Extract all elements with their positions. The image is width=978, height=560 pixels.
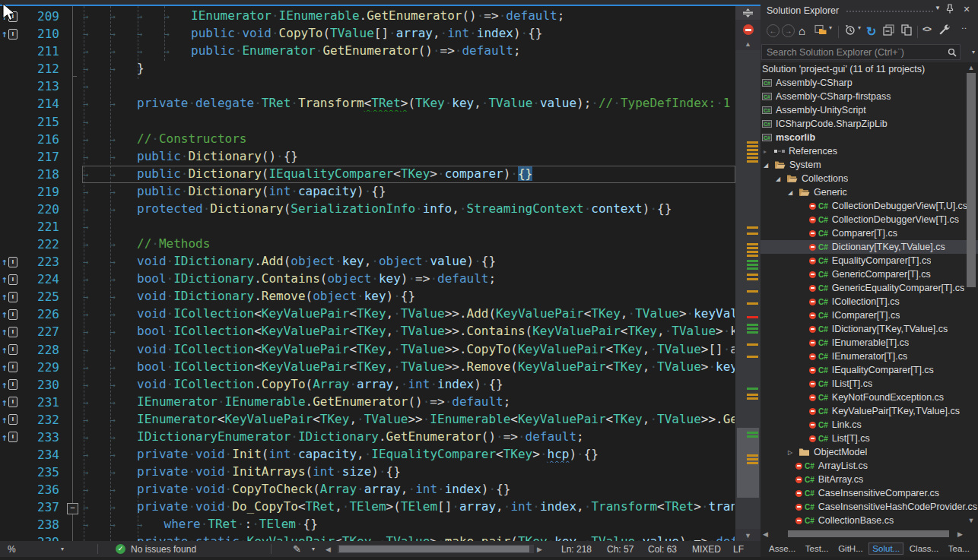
line-number[interactable]: 217 — [21, 148, 68, 166]
code-line[interactable]: 217→→public·Dictionary()·{} — [0, 148, 735, 166]
tree-hscroll-left[interactable]: ◀ — [763, 530, 768, 538]
line-number[interactable]: 232 — [21, 411, 68, 429]
zoom-selector[interactable]: % — [8, 541, 16, 557]
line-number[interactable]: 222 — [21, 236, 68, 253]
expand-icon[interactable]: ▷ — [788, 449, 799, 456]
code-line[interactable]: 218→→public·Dictionary(IEqualityComparer… — [0, 166, 735, 183]
outline-margin[interactable] — [68, 516, 82, 533]
code-line[interactable]: ↑I226→→void·ICollection<KeyValuePair<TKe… — [0, 305, 735, 323]
search-options-caret[interactable]: ▾ — [972, 49, 975, 55]
line-number[interactable]: 221 — [21, 218, 68, 236]
outline-margin[interactable] — [68, 131, 82, 148]
glyph-margin[interactable] — [0, 498, 21, 516]
hscroll-left-arrow[interactable]: ◀ — [325, 541, 331, 557]
glyph-margin[interactable] — [0, 201, 21, 218]
zoom-dropdown-caret[interactable]: ▾ — [61, 541, 64, 557]
tree-item[interactable]: C#IDictionary[TKey,TValue].cs — [760, 322, 978, 336]
code-line-content[interactable]: →→private·void·Do_CopyTo<TRet,·TElem>(TE… — [82, 498, 735, 516]
code-line[interactable]: ↑I210→→→→public·void·CopyTo(TValue[]·arr… — [0, 25, 735, 43]
code-line[interactable]: 221→ — [0, 218, 735, 236]
tree-item[interactable]: C#BitArray.cs — [760, 473, 978, 486]
code-line-content[interactable]: →→//·Constructors — [82, 131, 735, 148]
glyph-margin[interactable] — [0, 131, 21, 148]
glyph-margin[interactable] — [0, 533, 21, 541]
forward-button[interactable]: → — [782, 24, 795, 37]
outline-margin[interactable] — [68, 60, 82, 78]
code-line[interactable]: 219→→public·Dictionary(int·capacity)·{} — [0, 183, 735, 201]
panel-title-bar[interactable]: Solution Explorer ▼ ✕ — [760, 0, 978, 21]
outline-margin[interactable] — [68, 481, 82, 498]
code-line[interactable]: 211→→→→public·Enumerator·GetEnumerator()… — [0, 43, 735, 60]
editor-vertical-scrollbar[interactable]: ▲ ▼ — [735, 6, 760, 541]
outline-margin[interactable] — [68, 236, 82, 253]
code-line-content[interactable]: →→bool·ICollection<KeyValuePair<TKey,·TV… — [82, 359, 735, 376]
line-number[interactable]: 215 — [21, 113, 68, 131]
code-line[interactable]: 212→→} — [0, 60, 735, 78]
code-line[interactable]: ↑I230→→void·ICollection.CopyTo(Array·arr… — [0, 376, 735, 394]
code-line-content[interactable]: →→private·void·CopyToCheck(Array·array,·… — [82, 481, 735, 498]
switch-views-caret[interactable]: ▾ — [829, 24, 832, 31]
tree-item[interactable]: C#IComparer[T].cs — [760, 308, 978, 322]
outline-margin[interactable] — [68, 148, 82, 166]
outline-margin[interactable] — [68, 271, 82, 288]
outline-margin[interactable] — [68, 112, 82, 130]
tree-item[interactable]: ▷ObjectModel — [760, 445, 978, 459]
glyph-margin[interactable] — [0, 236, 21, 253]
line-number[interactable]: 233 — [21, 429, 68, 446]
code-line-content[interactable]: →→→→public·Enumerator·GetEnumerator()·=>… — [82, 43, 735, 60]
glyph-margin[interactable] — [0, 60, 21, 78]
code-line-content[interactable]: →→public·Dictionary(int·capacity)·{} — [82, 183, 735, 201]
tree-item[interactable]: C#Assembly-CSharp — [760, 76, 966, 90]
code-line[interactable]: 238→→→where·TRet·:·TElem·{} — [0, 516, 735, 533]
collapse-region-toggle[interactable]: − — [67, 503, 78, 514]
line-number[interactable]: 218 — [21, 166, 68, 183]
line-number[interactable]: 213 — [21, 78, 68, 95]
refresh-button[interactable]: ↻ — [866, 24, 876, 39]
line-number[interactable]: 235 — [21, 464, 68, 481]
outline-margin[interactable] — [68, 183, 82, 201]
tree-item[interactable]: C#IEnumerator[T].cs — [760, 350, 978, 363]
outline-margin[interactable] — [68, 288, 82, 305]
code-line[interactable]: ↑I228→→void·ICollection<KeyValuePair<TKe… — [0, 341, 735, 359]
code-line-content[interactable]: →→IDictionaryEnumerator·IDictionary.GetE… — [82, 429, 735, 446]
glyph-margin[interactable] — [0, 95, 21, 112]
tree-item[interactable]: ◢Generic — [760, 185, 978, 199]
line-number[interactable]: 226 — [21, 305, 68, 323]
hscroll-thumb[interactable] — [339, 546, 529, 552]
tree-item[interactable]: C#GenericComparer[T].cs — [760, 267, 978, 281]
tree-item[interactable]: Solution 'project-gui' (11 of 11 project… — [760, 62, 966, 76]
outline-margin[interactable] — [68, 95, 82, 112]
home-button[interactable]: ⌂ — [799, 24, 805, 37]
line-number[interactable]: 220 — [21, 201, 68, 218]
code-line-content[interactable]: → — [82, 78, 735, 95]
code-line-content[interactable]: →→IEnumerator<KeyValuePair<TKey,·TValue>… — [82, 411, 735, 429]
tree-item[interactable]: ◢Collections — [760, 172, 978, 185]
line-number[interactable]: 210 — [21, 25, 68, 43]
line-number[interactable]: 224 — [21, 271, 68, 288]
code-line-content[interactable]: →→→→public·void·CopyTo(TValue[]·array,·i… — [82, 25, 735, 43]
line-number[interactable]: 228 — [21, 341, 68, 359]
collapse-icon[interactable]: ◢ — [776, 176, 786, 182]
code-line[interactable]: 222→→//·Methods — [0, 236, 735, 253]
code-line[interactable]: 236→→private·void·CopyToCheck(Array·arra… — [0, 481, 735, 498]
tree-item[interactable]: C#CaseInsensitiveComparer.cs — [760, 486, 978, 500]
tree-item[interactable]: ▸References — [760, 144, 967, 158]
scroll-down-arrow[interactable]: ▼ — [735, 532, 760, 539]
outline-margin[interactable] — [68, 166, 82, 183]
code-line[interactable]: ↑I227→→bool·ICollection<KeyValuePair<TKe… — [0, 323, 735, 340]
code-region[interactable]: ↑I209→→→→IEnumerator·IEnumerable.GetEnum… — [0, 6, 735, 541]
glyph-margin[interactable]: ↑I — [0, 341, 21, 359]
format-dropdown-caret[interactable]: ▾ — [312, 541, 315, 557]
code-line-content[interactable]: →→void·ICollection.CopyTo(Array·array,·i… — [82, 376, 735, 394]
glyph-margin[interactable]: ↑I — [0, 288, 21, 305]
tree-item[interactable]: C#Dictionary[TKey,TValue].cs — [760, 240, 978, 254]
line-number[interactable]: 209 — [21, 8, 68, 25]
editor-horizontal-scrollbar[interactable] — [338, 545, 534, 553]
collapse-icon[interactable]: ◢ — [788, 189, 799, 196]
outline-margin[interactable] — [68, 78, 82, 95]
tree-item[interactable]: C#Assembly-UnityScript — [760, 103, 966, 117]
tree-item[interactable]: C#ICSharpCode.SharpZipLib — [760, 117, 966, 131]
code-line-content[interactable]: →→protected·Dictionary(SerializationInfo… — [82, 201, 735, 218]
line-number[interactable]: 239 — [21, 533, 68, 541]
glyph-margin[interactable]: ↑I — [0, 359, 21, 376]
